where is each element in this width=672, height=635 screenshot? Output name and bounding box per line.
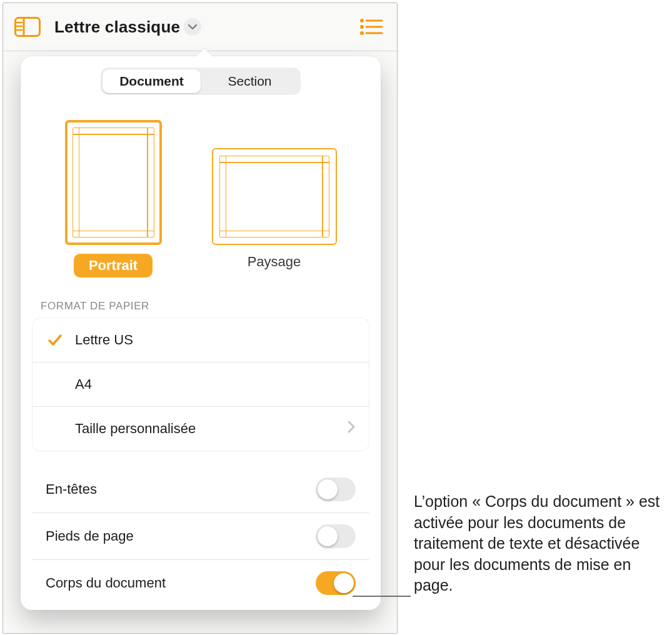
document-options-popover: Document Section Portrait [21,56,381,610]
toggle-headers-row: En-têtes [32,466,369,512]
orientation-portrait-label: Portrait [74,254,153,278]
orientation-portrait[interactable]: Portrait [65,120,162,278]
toggle-headers[interactable] [316,478,356,501]
paper-option-label: Taille personnalisée [75,421,336,437]
paper-option-a4[interactable]: A4 [33,362,369,406]
sidebar-panels-icon[interactable] [14,17,41,37]
paper-section-header: Format de papier [41,300,381,312]
orientation-row: Portrait Paysage [21,120,381,278]
checkmark-icon [46,333,64,347]
toggle-document-body-row: Corps du document [32,559,369,606]
toggle-headers-label: En-têtes [46,481,97,498]
document-title-button[interactable]: Lettre classique [54,18,201,37]
toggle-footers-label: Pieds de page [46,528,134,544]
tab-section-label: Section [228,74,271,89]
tab-section[interactable]: Section [201,69,299,93]
svg-point-7 [360,25,364,29]
tab-segmented-control: Document Section [101,68,301,95]
chevron-down-icon [184,18,201,36]
svg-point-5 [360,19,364,22]
chevron-right-icon [348,421,355,437]
app-window: Lettre classique Document Section [3,2,398,634]
landscape-thumbnail [212,148,337,245]
toggles-list: En-têtes Pieds de page Corps du document [32,466,369,606]
paper-option-custom[interactable]: Taille personnalisée [33,406,369,451]
document-title: Lettre classique [54,18,180,37]
toggle-document-body[interactable] [316,571,356,595]
toggle-footers[interactable] [316,524,356,548]
paper-option-label: Lettre US [75,332,355,348]
orientation-landscape-label: Paysage [248,254,301,270]
toolbar: Lettre classique [3,3,397,51]
popover-caret [196,48,213,57]
portrait-thumbnail [65,120,162,245]
toolbar-left: Lettre classique [14,17,201,37]
toggle-document-body-label: Corps du document [46,575,166,591]
callout-text: L’option « Corps du document » est activ… [414,491,667,596]
outline-list-icon[interactable] [359,18,383,36]
paper-size-list: Lettre US A4 Taille personnalisée [32,318,369,451]
paper-option-label: A4 [75,376,355,392]
callout-leader-line [353,596,411,597]
tab-document-label: Document [119,74,184,89]
svg-point-9 [360,31,364,35]
tab-document[interactable]: Document [103,69,201,93]
orientation-landscape[interactable]: Paysage [212,120,337,278]
paper-option-letter-us[interactable]: Lettre US [33,318,369,362]
toggle-footers-row: Pieds de page [32,512,369,559]
